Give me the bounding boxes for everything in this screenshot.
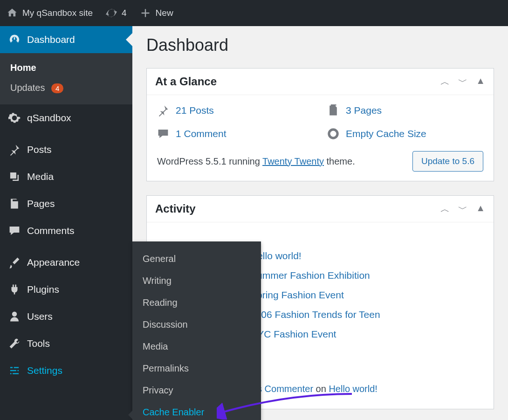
- media-icon: [8, 171, 21, 183]
- refresh-icon: [106, 7, 117, 19]
- activity-link[interactable]: NYC Fashion Event: [250, 329, 336, 340]
- toolbar-updates-count: 4: [122, 8, 127, 18]
- sidebar-item-qsandbox[interactable]: qSandbox: [0, 104, 132, 131]
- svg-point-0: [329, 130, 337, 138]
- sidebar-label-media: Media: [27, 171, 54, 182]
- sidebar-label-comments: Comments: [27, 225, 75, 236]
- flyout-reading[interactable]: Reading: [132, 292, 261, 314]
- activity-link[interactable]: Spring Fashion Event: [250, 289, 344, 301]
- toolbar-new-label: New: [156, 8, 173, 18]
- sidebar-label-plugins: Plugins: [27, 284, 59, 295]
- site-name: My qSandbox site: [22, 8, 93, 18]
- sidebar-label-users: Users: [27, 311, 53, 322]
- comment-post-link[interactable]: Hello world!: [329, 384, 377, 394]
- updates-badge: 4: [51, 83, 63, 93]
- comment-icon: [8, 225, 21, 237]
- glance-posts[interactable]: 21 Posts: [157, 104, 313, 117]
- flyout-general[interactable]: General: [132, 248, 261, 270]
- flyout-media[interactable]: Media: [132, 336, 261, 358]
- activity-link[interactable]: 2106 Fashion Trends for Teen: [250, 309, 380, 320]
- sidebar-label-appearance: Appearance: [27, 257, 80, 268]
- submenu-updates[interactable]: Updates 4: [0, 78, 132, 98]
- home-icon: [7, 7, 18, 19]
- sidebar-label-tools: Tools: [27, 338, 50, 349]
- toolbar-updates[interactable]: 4: [106, 7, 127, 19]
- flyout-discussion[interactable]: Discussion: [132, 314, 261, 336]
- flyout-cache-enabler[interactable]: Cache Enabler: [132, 401, 261, 420]
- sidebar-label-settings: Settings: [27, 365, 62, 376]
- wp-version-line: WordPress 5.5.1 running Twenty Twenty th…: [157, 151, 483, 172]
- sidebar-item-comments[interactable]: Comments: [0, 217, 132, 244]
- flyout-privacy[interactable]: Privacy: [132, 379, 261, 401]
- at-a-glance-header: At a Glance ︿ ﹀ ▲: [147, 69, 494, 95]
- chevron-down-icon[interactable]: ﹀: [458, 76, 467, 88]
- chevron-down-icon[interactable]: ﹀: [458, 203, 467, 215]
- sidebar-item-pages[interactable]: Pages: [0, 190, 132, 217]
- chevron-up-icon[interactable]: ︿: [440, 76, 450, 88]
- sidebar-item-posts[interactable]: Posts: [0, 136, 132, 163]
- sidebar-item-appearance[interactable]: Appearance: [0, 249, 132, 276]
- gear-icon: [8, 112, 21, 124]
- chevron-up-icon[interactable]: ︿: [440, 203, 450, 215]
- admin-toolbar: My qSandbox site 4 New: [0, 0, 508, 26]
- wrench-icon: [8, 337, 21, 350]
- box-controls: ︿ ﹀ ▲: [440, 203, 485, 215]
- theme-link[interactable]: Twenty Twenty: [262, 156, 324, 166]
- pages-icon: [8, 198, 21, 210]
- sidebar-item-users[interactable]: Users: [0, 303, 132, 330]
- dashboard-submenu: Home Updates 4: [0, 53, 132, 104]
- sidebar-item-plugins[interactable]: Plugins: [0, 276, 132, 303]
- pin-icon: [8, 144, 21, 156]
- pages-icon: [327, 104, 339, 117]
- sidebar-item-dashboard[interactable]: Dashboard: [0, 26, 132, 53]
- sidebar-label-pages: Pages: [27, 198, 55, 209]
- at-a-glance-box: At a Glance ︿ ﹀ ▲ 21 Posts 3 Pages: [146, 68, 494, 181]
- activity-link[interactable]: Summer Fashion Exhibition: [250, 270, 370, 281]
- circle-icon: [327, 128, 339, 140]
- plug-icon: [8, 283, 21, 296]
- flyout-permalinks[interactable]: Permalinks: [132, 358, 261, 379]
- submenu-home[interactable]: Home: [0, 58, 132, 78]
- dashboard-icon: [8, 34, 21, 46]
- update-button[interactable]: Update to 5.6: [412, 151, 483, 172]
- sidebar-item-tools[interactable]: Tools: [0, 330, 132, 357]
- sidebar-label-posts: Posts: [27, 144, 52, 155]
- plus-icon: [140, 7, 151, 19]
- toolbar-new[interactable]: New: [140, 7, 173, 19]
- triangle-up-icon[interactable]: ▲: [476, 76, 485, 88]
- activity-title: Activity: [155, 202, 196, 215]
- user-icon: [8, 310, 21, 323]
- sidebar-label-qsandbox: qSandbox: [27, 112, 71, 124]
- glance-comment[interactable]: 1 Comment: [157, 128, 313, 140]
- pin-icon: [157, 104, 169, 117]
- brush-icon: [8, 256, 21, 269]
- page-title: Dashboard: [146, 35, 494, 55]
- at-a-glance-title: At a Glance: [155, 75, 217, 88]
- activity-header: Activity ︿ ﹀ ▲: [147, 196, 494, 222]
- sidebar-item-media[interactable]: Media: [0, 163, 132, 190]
- comment-icon: [157, 128, 169, 140]
- box-controls: ︿ ﹀ ▲: [440, 76, 485, 88]
- sidebar-item-settings[interactable]: Settings: [0, 357, 132, 384]
- flyout-writing[interactable]: Writing: [132, 270, 261, 292]
- toolbar-site-link[interactable]: My qSandbox site: [7, 7, 93, 19]
- settings-flyout: General Writing Reading Discussion Media…: [132, 241, 261, 420]
- sidebar-label-dashboard: Dashboard: [27, 34, 75, 45]
- admin-sidebar: Dashboard Home Updates 4 qSandbox Posts …: [0, 26, 132, 420]
- glance-pages[interactable]: 3 Pages: [327, 104, 483, 117]
- triangle-up-icon[interactable]: ▲: [476, 203, 485, 215]
- sliders-icon: [8, 365, 21, 377]
- glance-cache[interactable]: Empty Cache Size: [327, 128, 483, 140]
